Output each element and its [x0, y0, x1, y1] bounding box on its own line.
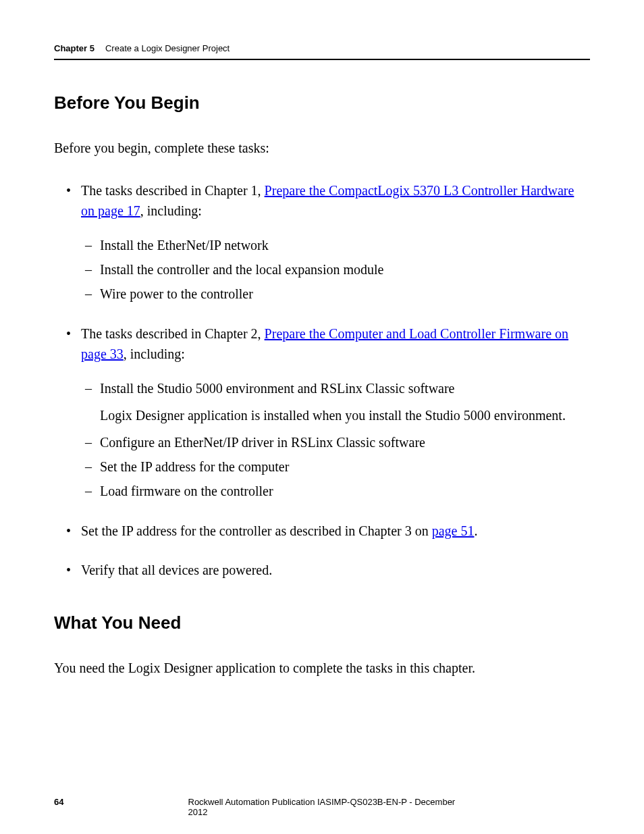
- task-item: Verify that all devices are powered.: [81, 560, 590, 580]
- task-text-post: .: [474, 523, 477, 538]
- section-intro: Before you begin, complete these tasks:: [54, 140, 590, 156]
- section-heading-what-you-need: What You Need: [54, 613, 590, 633]
- link-page-51[interactable]: page 51: [432, 523, 475, 538]
- task-text-post: , including:: [140, 203, 202, 218]
- chapter-title: Create a Logix Designer Project: [105, 43, 230, 53]
- publication-info: Rockwell Automation Publication IASIMP-Q…: [188, 797, 456, 817]
- document-page: Chapter 5 Create a Logix Designer Projec…: [0, 0, 644, 834]
- subtask-item: Install the controller and the local exp…: [100, 259, 590, 280]
- chapter-label: Chapter 5: [54, 43, 95, 53]
- subtask-item: Load firmware on the controller: [100, 480, 590, 502]
- section-body: You need the Logix Designer application …: [54, 660, 590, 676]
- task-text-pre: Set the IP address for the controller as…: [81, 523, 432, 538]
- section-heading-before-you-begin: Before You Begin: [54, 93, 590, 113]
- subtask-note: Logix Designer application is installed …: [100, 405, 590, 426]
- subtask-item: Install the Studio 5000 environment and …: [100, 377, 590, 426]
- task-text-pre: The tasks described in Chapter 1,: [81, 183, 265, 198]
- subtask-text: Install the Studio 5000 environment and …: [100, 381, 455, 396]
- subtask-item: Set the IP address for the computer: [100, 456, 590, 477]
- page-header: Chapter 5 Create a Logix Designer Projec…: [54, 43, 590, 60]
- section-what-you-need: What You Need You need the Logix Designe…: [54, 613, 590, 676]
- task-text-post: , including:: [124, 346, 185, 361]
- page-number: 64: [54, 797, 63, 807]
- task-item: The tasks described in Chapter 1, Prepar…: [81, 180, 590, 305]
- task-item: Set the IP address for the controller as…: [81, 521, 590, 541]
- task-text-pre: The tasks described in Chapter 2,: [81, 326, 265, 341]
- page-footer: 64 Rockwell Automation Publication IASIM…: [54, 797, 590, 807]
- task-item: The tasks described in Chapter 2, Prepar…: [81, 323, 590, 502]
- task-list: The tasks described in Chapter 1, Prepar…: [54, 180, 590, 580]
- subtask-item: Install the EtherNet/IP network: [100, 234, 590, 256]
- subtask-list: Install the Studio 5000 environment and …: [81, 377, 590, 502]
- subtask-list: Install the EtherNet/IP network Install …: [81, 234, 590, 305]
- subtask-item: Wire power to the controller: [100, 283, 590, 305]
- subtask-item: Configure an EtherNet/IP driver in RSLin…: [100, 432, 590, 453]
